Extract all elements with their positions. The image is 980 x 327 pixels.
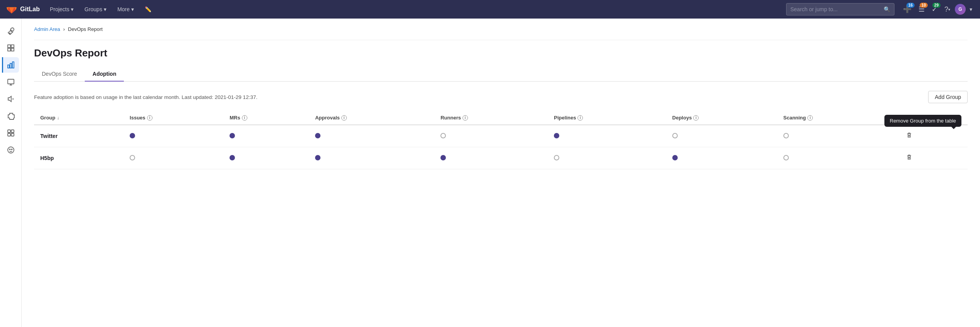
h5bp-deploys bbox=[666, 147, 777, 169]
sidebar-icon-monitor[interactable] bbox=[3, 74, 19, 90]
nav-groups[interactable]: Groups ▾ bbox=[81, 5, 110, 14]
svg-rect-5 bbox=[10, 63, 12, 68]
sidebar-icon-chart[interactable] bbox=[2, 57, 19, 73]
col-header-group: Group ↓ bbox=[34, 111, 123, 125]
breadcrumb: Admin Area › DevOps Report bbox=[34, 26, 968, 32]
chevron-down-icon: ▾ bbox=[948, 7, 950, 12]
help-button[interactable]: ? ▾ bbox=[942, 4, 953, 15]
table-header-row: Group ↓ Issues i MRs i bbox=[34, 111, 968, 125]
todos-button[interactable]: ☰ 10 bbox=[916, 3, 927, 15]
col-header-pipelines: Pipelines i bbox=[548, 111, 666, 125]
adoption-info-text: Feature adoption is based on usage in th… bbox=[34, 94, 257, 100]
info-row: Feature adoption is based on usage in th… bbox=[34, 91, 968, 103]
pencil-icon: ✏️ bbox=[145, 6, 151, 12]
svg-rect-2 bbox=[8, 48, 10, 51]
table-row: H5bp bbox=[34, 147, 968, 169]
svg-rect-4 bbox=[8, 65, 9, 68]
issues-button[interactable]: ✓ 29 bbox=[929, 3, 940, 15]
twitter-scanning bbox=[777, 125, 897, 147]
chevron-down-icon: ▾ bbox=[104, 6, 106, 12]
nav-pencil[interactable]: ✏️ bbox=[141, 5, 155, 14]
h5bp-approvals bbox=[309, 147, 434, 169]
dot-empty-icon bbox=[783, 155, 789, 160]
svg-rect-9 bbox=[11, 130, 14, 133]
question-icon: ? bbox=[944, 5, 948, 14]
sidebar-icon-megaphone[interactable] bbox=[3, 91, 19, 107]
user-avatar[interactable]: G bbox=[955, 4, 966, 15]
h5bp-runners bbox=[434, 147, 548, 169]
h5bp-actions bbox=[897, 147, 968, 169]
svg-rect-3 bbox=[11, 48, 14, 51]
twitter-actions: Remove Group from the table bbox=[897, 125, 968, 147]
chevron-down-icon: ▾ bbox=[970, 6, 972, 12]
gitlab-logo[interactable]: GitLab bbox=[6, 4, 40, 15]
page-title: DevOps Report bbox=[34, 47, 968, 59]
breadcrumb-parent[interactable]: Admin Area bbox=[34, 26, 60, 32]
svg-point-13 bbox=[9, 149, 10, 150]
dot-empty-icon bbox=[440, 133, 446, 138]
sidebar-icon-squares[interactable] bbox=[3, 125, 19, 141]
twitter-pipelines bbox=[548, 125, 666, 147]
breadcrumb-divider bbox=[34, 40, 968, 40]
sidebar-icon-puzzle[interactable] bbox=[3, 108, 19, 124]
svg-rect-7 bbox=[8, 79, 14, 84]
dot-filled-icon bbox=[554, 133, 559, 138]
add-group-button[interactable]: Add Group bbox=[928, 91, 968, 103]
svg-rect-8 bbox=[8, 130, 10, 133]
search-input[interactable] bbox=[790, 6, 881, 12]
col-header-mrs: MRs i bbox=[223, 111, 309, 125]
sidebar-icon-grid[interactable] bbox=[3, 40, 19, 56]
chevron-down-icon: ▾ bbox=[71, 6, 74, 12]
approvals-info-icon[interactable]: i bbox=[341, 115, 347, 121]
dot-filled-icon bbox=[130, 133, 135, 138]
runners-info-icon[interactable]: i bbox=[463, 115, 468, 121]
h5bp-issues bbox=[123, 147, 223, 169]
col-header-approvals: Approvals i bbox=[309, 111, 434, 125]
svg-rect-11 bbox=[11, 133, 14, 136]
tooltip-remove-group: Remove Group from the table bbox=[884, 115, 961, 127]
search-bar[interactable]: 🔍 bbox=[786, 3, 894, 15]
nav-more[interactable]: More ▾ bbox=[113, 5, 138, 14]
dot-filled-icon bbox=[672, 155, 678, 160]
adoption-table: Group ↓ Issues i MRs i bbox=[34, 111, 968, 169]
mrs-info-icon[interactable]: i bbox=[242, 115, 247, 121]
twitter-issues bbox=[123, 125, 223, 147]
create-button[interactable]: ➕ 16 bbox=[901, 3, 914, 15]
scanning-info-icon[interactable]: i bbox=[807, 115, 813, 121]
svg-point-12 bbox=[8, 147, 14, 153]
group-name-h5bp: H5bp bbox=[34, 147, 123, 169]
avatar-dropdown[interactable]: ▾ bbox=[968, 6, 974, 12]
table-row: Twitter bbox=[34, 125, 968, 147]
dot-empty-icon bbox=[672, 133, 678, 138]
chevron-down-icon: ▾ bbox=[131, 6, 134, 12]
search-icon: 🔍 bbox=[884, 6, 890, 12]
tab-bar: DevOps Score Adoption bbox=[34, 67, 968, 82]
sidebar-icon-wrench[interactable] bbox=[3, 23, 19, 39]
dot-filled-icon bbox=[440, 155, 446, 160]
dot-filled-icon bbox=[230, 155, 235, 160]
tab-adoption[interactable]: Adoption bbox=[85, 67, 124, 82]
remove-group-button-h5bp[interactable] bbox=[903, 153, 915, 164]
breadcrumb-separator: › bbox=[63, 26, 65, 32]
deploys-info-icon[interactable]: i bbox=[693, 115, 699, 121]
top-navigation: GitLab Projects ▾ Groups ▾ More ▾ ✏️ 🔍 ➕… bbox=[0, 0, 980, 19]
main-content: Admin Area › DevOps Report DevOps Report… bbox=[22, 19, 980, 327]
nav-projects[interactable]: Projects ▾ bbox=[46, 5, 78, 14]
nav-icon-group: ➕ 16 ☰ 10 ✓ 29 ? ▾ G ▾ bbox=[901, 3, 974, 15]
col-header-runners: Runners i bbox=[434, 111, 548, 125]
sort-icon[interactable]: ↓ bbox=[57, 115, 59, 121]
tab-devops-score[interactable]: DevOps Score bbox=[34, 67, 85, 82]
pipelines-info-icon[interactable]: i bbox=[577, 115, 583, 121]
sidebar-icon-face[interactable] bbox=[3, 142, 19, 158]
issues-info-icon[interactable]: i bbox=[147, 115, 152, 121]
svg-point-14 bbox=[11, 149, 12, 150]
col-header-scanning: Scanning i bbox=[777, 111, 897, 125]
breadcrumb-current: DevOps Report bbox=[68, 26, 103, 32]
group-name-twitter: Twitter bbox=[34, 125, 123, 147]
twitter-approvals bbox=[309, 125, 434, 147]
twitter-mrs bbox=[223, 125, 309, 147]
twitter-deploys bbox=[666, 125, 777, 147]
remove-group-button-twitter[interactable] bbox=[903, 131, 915, 141]
dot-empty-icon bbox=[783, 133, 789, 138]
svg-rect-1 bbox=[11, 45, 14, 48]
